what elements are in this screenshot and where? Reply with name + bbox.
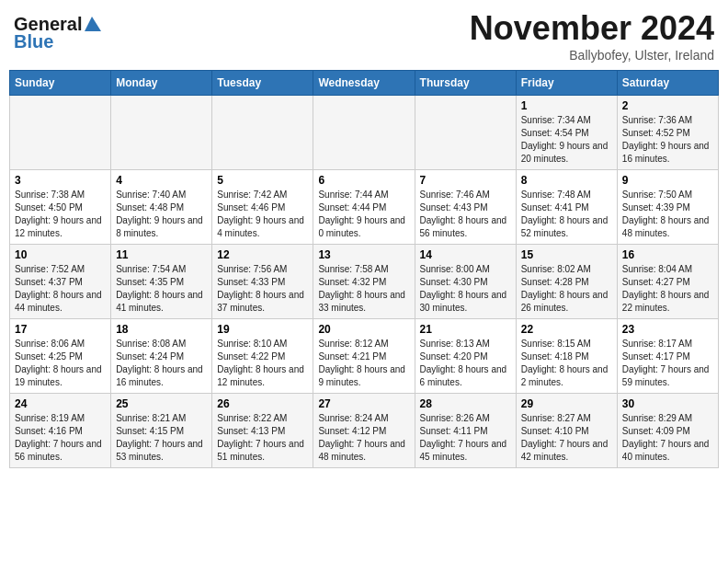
calendar-cell: 1Sunrise: 7:34 AMSunset: 4:54 PMDaylight… [516,96,617,170]
calendar-cell: 16Sunrise: 8:04 AMSunset: 4:27 PMDayligh… [617,245,718,319]
day-number: 10 [15,248,106,261]
day-info: Sunrise: 7:46 AMSunset: 4:43 PMDaylight:… [420,189,511,240]
calendar-week-3: 10Sunrise: 7:52 AMSunset: 4:37 PMDayligh… [10,245,719,319]
col-header-monday: Monday [111,71,212,96]
calendar-week-2: 3Sunrise: 7:38 AMSunset: 4:50 PMDaylight… [10,170,719,245]
day-info: Sunrise: 8:19 AMSunset: 4:16 PMDaylight:… [15,412,106,464]
calendar-cell: 4Sunrise: 7:40 AMSunset: 4:48 PMDaylight… [111,170,212,245]
day-info: Sunrise: 8:04 AMSunset: 4:27 PMDaylight:… [622,263,713,315]
day-info: Sunrise: 7:52 AMSunset: 4:37 PMDaylight:… [15,263,106,315]
calendar-cell: 8Sunrise: 7:48 AMSunset: 4:41 PMDaylight… [516,170,617,245]
day-number: 24 [15,397,106,410]
calendar-cell: 23Sunrise: 8:17 AMSunset: 4:17 PMDayligh… [617,319,718,394]
calendar-cell [10,96,111,170]
calendar-cell: 17Sunrise: 8:06 AMSunset: 4:25 PMDayligh… [10,319,111,394]
day-number: 14 [420,248,511,261]
calendar-cell [415,96,516,170]
calendar-cell [313,96,415,170]
day-info: Sunrise: 7:48 AMSunset: 4:41 PMDaylight:… [521,189,612,240]
calendar-cell: 24Sunrise: 8:19 AMSunset: 4:16 PMDayligh… [10,394,111,468]
svg-marker-0 [85,17,101,31]
day-info: Sunrise: 8:27 AMSunset: 4:10 PMDaylight:… [521,412,612,464]
location: Ballybofey, Ulster, Ireland [470,48,714,63]
day-number: 13 [318,248,409,261]
day-number: 25 [116,397,207,410]
day-info: Sunrise: 7:38 AMSunset: 4:50 PMDaylight:… [15,189,106,240]
calendar-cell: 9Sunrise: 7:50 AMSunset: 4:39 PMDaylight… [617,170,718,245]
day-info: Sunrise: 8:00 AMSunset: 4:30 PMDaylight:… [420,263,511,315]
calendar-cell: 19Sunrise: 8:10 AMSunset: 4:22 PMDayligh… [212,319,313,394]
calendar-cell: 25Sunrise: 8:21 AMSunset: 4:15 PMDayligh… [111,394,212,468]
day-number: 17 [15,323,106,336]
col-header-friday: Friday [516,71,617,96]
calendar-cell: 14Sunrise: 8:00 AMSunset: 4:30 PMDayligh… [415,245,516,319]
day-info: Sunrise: 7:54 AMSunset: 4:35 PMDaylight:… [116,263,207,315]
col-header-tuesday: Tuesday [212,71,313,96]
col-header-thursday: Thursday [415,71,516,96]
day-number: 26 [217,397,308,410]
day-info: Sunrise: 7:56 AMSunset: 4:33 PMDaylight:… [217,263,308,315]
day-number: 3 [15,174,106,187]
day-number: 6 [318,174,409,187]
day-info: Sunrise: 7:40 AMSunset: 4:48 PMDaylight:… [116,189,207,240]
calendar-cell: 27Sunrise: 8:24 AMSunset: 4:12 PMDayligh… [313,394,415,468]
day-info: Sunrise: 8:15 AMSunset: 4:18 PMDaylight:… [521,338,612,389]
month-title: November 2024 [470,9,714,48]
day-number: 1 [521,99,612,112]
day-number: 7 [420,174,511,187]
day-info: Sunrise: 8:13 AMSunset: 4:20 PMDaylight:… [420,338,511,389]
day-info: Sunrise: 7:44 AMSunset: 4:44 PMDaylight:… [318,189,409,240]
calendar-cell [111,96,212,170]
calendar-cell: 18Sunrise: 8:08 AMSunset: 4:24 PMDayligh… [111,319,212,394]
calendar-cell: 20Sunrise: 8:12 AMSunset: 4:21 PMDayligh… [313,319,415,394]
page-header: General Blue November 2024 Ballybofey, U… [9,9,719,63]
day-number: 8 [521,174,612,187]
calendar-cell: 30Sunrise: 8:29 AMSunset: 4:09 PMDayligh… [617,394,718,468]
day-info: Sunrise: 8:06 AMSunset: 4:25 PMDaylight:… [15,338,106,389]
day-number: 15 [521,248,612,261]
calendar-cell: 29Sunrise: 8:27 AMSunset: 4:10 PMDayligh… [516,394,617,468]
calendar-cell: 6Sunrise: 7:44 AMSunset: 4:44 PMDaylight… [313,170,415,245]
day-number: 2 [622,99,713,112]
calendar-cell: 28Sunrise: 8:26 AMSunset: 4:11 PMDayligh… [415,394,516,468]
day-info: Sunrise: 7:58 AMSunset: 4:32 PMDaylight:… [318,263,409,315]
day-number: 23 [622,323,713,336]
day-info: Sunrise: 8:02 AMSunset: 4:28 PMDaylight:… [521,263,612,315]
day-info: Sunrise: 8:24 AMSunset: 4:12 PMDaylight:… [318,412,409,464]
calendar-cell [212,96,313,170]
calendar-cell: 15Sunrise: 8:02 AMSunset: 4:28 PMDayligh… [516,245,617,319]
calendar-week-5: 24Sunrise: 8:19 AMSunset: 4:16 PMDayligh… [10,394,719,468]
day-number: 5 [217,174,308,187]
day-number: 29 [521,397,612,410]
day-info: Sunrise: 8:29 AMSunset: 4:09 PMDaylight:… [622,412,713,464]
day-info: Sunrise: 8:08 AMSunset: 4:24 PMDaylight:… [116,338,207,389]
day-info: Sunrise: 7:42 AMSunset: 4:46 PMDaylight:… [217,189,308,240]
calendar-cell: 13Sunrise: 7:58 AMSunset: 4:32 PMDayligh… [313,245,415,319]
calendar-cell: 26Sunrise: 8:22 AMSunset: 4:13 PMDayligh… [212,394,313,468]
calendar-cell: 12Sunrise: 7:56 AMSunset: 4:33 PMDayligh… [212,245,313,319]
calendar-week-4: 17Sunrise: 8:06 AMSunset: 4:25 PMDayligh… [10,319,719,394]
col-header-sunday: Sunday [10,71,111,96]
day-info: Sunrise: 8:21 AMSunset: 4:15 PMDaylight:… [116,412,207,464]
calendar-cell: 11Sunrise: 7:54 AMSunset: 4:35 PMDayligh… [111,245,212,319]
day-info: Sunrise: 8:17 AMSunset: 4:17 PMDaylight:… [622,338,713,389]
col-header-saturday: Saturday [617,71,718,96]
day-number: 9 [622,174,713,187]
day-number: 20 [318,323,409,336]
calendar-cell: 22Sunrise: 8:15 AMSunset: 4:18 PMDayligh… [516,319,617,394]
day-number: 11 [116,248,207,261]
day-number: 30 [622,397,713,410]
logo-blue: Blue [14,31,53,52]
day-number: 19 [217,323,308,336]
calendar-table: SundayMondayTuesdayWednesdayThursdayFrid… [9,70,719,468]
day-info: Sunrise: 8:10 AMSunset: 4:22 PMDaylight:… [217,338,308,389]
day-info: Sunrise: 8:22 AMSunset: 4:13 PMDaylight:… [217,412,308,464]
calendar-header-row: SundayMondayTuesdayWednesdayThursdayFrid… [10,71,719,96]
day-number: 28 [420,397,511,410]
calendar-week-1: 1Sunrise: 7:34 AMSunset: 4:54 PMDaylight… [10,96,719,170]
day-info: Sunrise: 7:36 AMSunset: 4:52 PMDaylight:… [622,114,713,166]
day-number: 16 [622,248,713,261]
day-info: Sunrise: 7:50 AMSunset: 4:39 PMDaylight:… [622,189,713,240]
day-number: 27 [318,397,409,410]
title-block: November 2024 Ballybofey, Ulster, Irelan… [470,9,714,63]
